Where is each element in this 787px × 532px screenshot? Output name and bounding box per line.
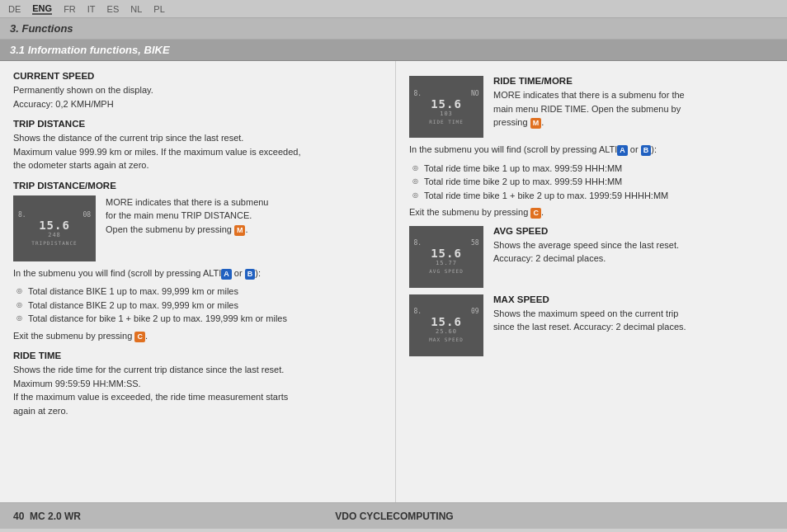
ride-time-screen: 8. NO 15.6 103 RIDE TIME: [410, 77, 483, 137]
trip-distance-body: Shows the distance of the current trip s…: [13, 131, 382, 172]
lang-nl[interactable]: NL: [130, 4, 142, 14]
submenu-note-left: In the submenu you will find (scroll by …: [13, 266, 382, 280]
lang-de[interactable]: DE: [8, 4, 21, 14]
trip-distance-more-title: TRIP DISTANCE/MORE: [13, 181, 382, 191]
avg-speed-screen: 8. 58 15.6 15.77 AVG SPEED: [410, 227, 483, 287]
b-key-left: B: [245, 269, 256, 280]
submenu-note-right: In the submenu you will find (scroll by …: [409, 143, 774, 157]
lang-pl[interactable]: PL: [153, 4, 164, 14]
trip-submenu-bullets: Total distance BIKE 1 up to max. 99,999 …: [16, 285, 382, 326]
c-key-right: C: [530, 208, 541, 219]
bullet-1: Total distance BIKE 1 up to max. 99,999 …: [16, 285, 382, 299]
ride-time-body: Shows the ride time for the current trip…: [13, 363, 382, 417]
current-speed-title: CURRENT SPEED: [13, 71, 382, 81]
ride-time-submenu-bullets: Total ride time bike 1 up to max. 999:59…: [412, 162, 774, 203]
rt-bullet-2: Total ride time bike 2 up to max. 999:59…: [412, 175, 774, 189]
lang-es[interactable]: ES: [107, 4, 120, 14]
max-speed-screen: 8. 09 15.6 25.60 MAX SPEED: [410, 295, 483, 355]
rt-bullet-1: Total ride time bike 1 up to max. 999:59…: [412, 162, 774, 176]
exit-note-right: Exit the submenu by pressing C.: [409, 205, 774, 219]
footer-brand: VDO CYCLECOMPUTING: [81, 511, 708, 522]
avg-speed-row: 8. 58 15.6 15.77 AVG SPEED AVG SPEED Sho…: [409, 226, 774, 288]
lang-eng[interactable]: ENG: [32, 3, 52, 15]
avg-speed-text: AVG SPEED Shows the average speed since …: [493, 226, 679, 269]
a-key-left: A: [221, 269, 232, 280]
c-key-left: C: [134, 332, 145, 342]
bullet-3: Total distance for bike 1 + bike 2 up to…: [16, 312, 382, 326]
max-speed-row: 8. 09 15.6 25.60 MAX SPEED MAX SPEED Sho…: [409, 294, 774, 356]
right-column: 8. NO 15.6 103 RIDE TIME RIDE TIME/MORE …: [396, 61, 787, 502]
ride-time-more-title: RIDE TIME/MORE: [493, 76, 685, 86]
m-key-right: M: [530, 118, 542, 129]
rt-bullet-3: Total ride time bike 1 + bike 2 up to ma…: [412, 189, 774, 203]
trip-distance-screen: 8. 08 15.6 248 TRIPDISTANCE: [14, 196, 95, 261]
section-header-1: 3. Functions: [0, 18, 787, 40]
section2-label: 3.1 Information functions, BIKE: [10, 44, 170, 56]
trip-distance-more-text: MORE indicates that there is a submenu f…: [106, 195, 268, 237]
ride-time-device-img: 8. NO 15.6 103 RIDE TIME: [409, 76, 483, 138]
footer-page: 40 MC 2.0 WR: [13, 511, 81, 522]
trip-distance-device-img: 8. 08 15.6 248 TRIPDISTANCE: [13, 195, 96, 261]
ride-time-title: RIDE TIME: [13, 351, 382, 360]
a-key-right: A: [617, 145, 628, 156]
lang-fr[interactable]: FR: [64, 4, 76, 14]
max-speed-text: MAX SPEED Shows the maximum speed on the…: [493, 294, 686, 337]
current-speed-body: Permanently shown on the display. Accura…: [13, 83, 382, 111]
trip-distance-title: TRIP DISTANCE: [13, 119, 382, 129]
lang-it[interactable]: IT: [87, 4, 96, 14]
section-header-2: 3.1 Information functions, BIKE: [0, 40, 787, 61]
bullet-2: Total distance BIKE 2 up to max. 99,999 …: [16, 299, 382, 313]
ride-time-more-row: 8. NO 15.6 103 RIDE TIME RIDE TIME/MORE …: [409, 76, 774, 138]
section1-label: 3. Functions: [10, 22, 73, 35]
max-speed-title: MAX SPEED: [493, 294, 686, 304]
b-key-right: B: [641, 145, 652, 156]
m-key-left: M: [234, 225, 246, 236]
avg-speed-title: AVG SPEED: [493, 226, 679, 236]
avg-speed-device-img: 8. 58 15.6 15.77 AVG SPEED: [409, 226, 483, 288]
main-content: CURRENT SPEED Permanently shown on the d…: [0, 61, 787, 502]
exit-note-left: Exit the submenu by pressing C.: [13, 329, 382, 343]
trip-distance-more-row: 8. 08 15.6 248 TRIPDISTANCE MORE indicat…: [13, 195, 382, 261]
footer: 40 MC 2.0 WR VDO CYCLECOMPUTING: [0, 502, 787, 529]
language-bar: DE ENG FR IT ES NL PL: [0, 0, 787, 18]
max-speed-device-img: 8. 09 15.6 25.60 MAX SPEED: [409, 294, 483, 356]
ride-time-more-text: RIDE TIME/MORE MORE indicates that there…: [493, 76, 685, 133]
left-column: CURRENT SPEED Permanently shown on the d…: [0, 61, 396, 502]
